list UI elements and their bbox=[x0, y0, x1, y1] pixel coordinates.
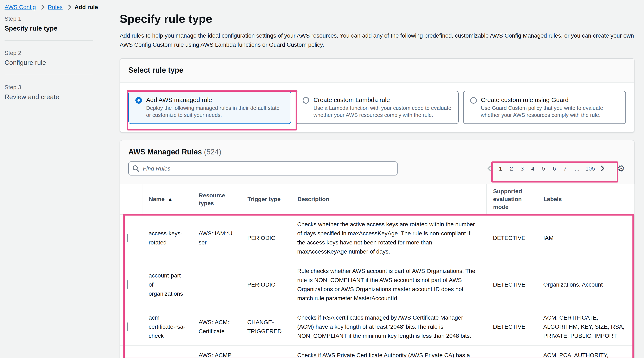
previous-page-button[interactable] bbox=[485, 163, 495, 174]
pagination: 1 2 3 4 5 6 7 ... 105 bbox=[485, 163, 607, 174]
aws-managed-rules-card: AWS Managed Rules (524) 1 2 bbox=[120, 140, 634, 358]
managed-rules-count: (524) bbox=[204, 148, 221, 156]
table-row: acm-pca-root-ca-disabled AWS::ACMPCA::Ce… bbox=[120, 346, 634, 358]
option-description: Use a Lambda function with your custom c… bbox=[314, 104, 452, 118]
page-number-1[interactable]: 1 bbox=[496, 163, 506, 174]
search-icon bbox=[132, 165, 139, 174]
evaluation-mode-cell: DETECTIVE bbox=[486, 261, 537, 308]
toolbar-right: 1 2 3 4 5 6 7 ... 105 ⚙ bbox=[485, 163, 626, 174]
radio-unselected-icon[interactable] bbox=[470, 97, 476, 104]
page-number-105[interactable]: 105 bbox=[584, 163, 596, 174]
select-rule-type-card: Select rule type Add AWS managed rule De… bbox=[120, 58, 634, 132]
managed-rules-table: Name▲ Resource types Trigger type Descri… bbox=[120, 184, 634, 358]
option-text: Create custom rule using Guard Use Guard… bbox=[481, 96, 619, 118]
page-description: Add rules to help you manage the ideal c… bbox=[120, 31, 634, 49]
page-number-3[interactable]: 3 bbox=[517, 163, 527, 174]
chevron-right-icon bbox=[66, 4, 71, 10]
page-number-7[interactable]: 7 bbox=[560, 163, 570, 174]
settings-gear-button[interactable]: ⚙ bbox=[616, 164, 626, 173]
labels-cell: Organizations, Account bbox=[537, 261, 634, 308]
aws-config-add-rule-page: AWS Config Rules Add rule Step 1 Specify… bbox=[0, 0, 644, 358]
evaluation-mode-cell: DETECTIVE bbox=[486, 346, 537, 358]
resource-types-cell: AWS::ACMPCA::CertificateAuthority bbox=[192, 346, 241, 358]
managed-rules-title-text: AWS Managed Rules bbox=[128, 148, 202, 156]
evaluation-mode-cell: DETECTIVE bbox=[486, 214, 537, 261]
rule-name-cell: acm-pca-root-ca-disabled bbox=[142, 346, 192, 358]
option-description: Use Guard Custom policy that you write t… bbox=[481, 104, 619, 118]
option-title: Add AWS managed rule bbox=[146, 96, 284, 103]
search-box bbox=[128, 162, 398, 176]
selection-column-header bbox=[120, 184, 142, 214]
option-create-custom-lambda-rule[interactable]: Create custom Lambda rule Use a Lambda f… bbox=[296, 91, 459, 124]
radio-selected-icon[interactable] bbox=[136, 97, 142, 104]
next-page-button[interactable] bbox=[597, 163, 607, 174]
trigger-type-cell: PERIODIC bbox=[241, 346, 291, 358]
description-cell: Rule checks whether AWS account is part … bbox=[291, 261, 486, 308]
radio-unselected-icon[interactable] bbox=[303, 97, 310, 104]
column-header-trigger-type: Trigger type bbox=[241, 184, 291, 214]
row-select-cell bbox=[120, 308, 142, 346]
resource-types-cell: AWS::ACM::Certificate bbox=[192, 308, 241, 346]
divider bbox=[4, 40, 93, 41]
labels-cell: ACM, PCA, AUTHORITY, CERTIFICATE, PRIVAT… bbox=[537, 346, 634, 358]
wizard-step-2: Step 2 Configure rule bbox=[4, 50, 93, 66]
breadcrumb-link-aws-config[interactable]: AWS Config bbox=[4, 4, 36, 10]
breadcrumb: AWS Config Rules Add rule bbox=[4, 4, 98, 10]
column-header-labels: Labels bbox=[537, 184, 634, 214]
main-content: Specify rule type Add rules to help you … bbox=[120, 0, 634, 358]
select-rule-type-header: Select rule type bbox=[120, 59, 634, 82]
aws-managed-rules-header: AWS Managed Rules (524) 1 2 bbox=[120, 140, 634, 184]
row-select-cell bbox=[120, 346, 142, 358]
page-title: Specify rule type bbox=[120, 12, 634, 26]
radio-unselected-icon[interactable] bbox=[127, 280, 128, 289]
option-text: Create custom Lambda rule Use a Lambda f… bbox=[314, 96, 452, 118]
option-create-custom-rule-guard[interactable]: Create custom rule using Guard Use Guard… bbox=[463, 91, 626, 124]
breadcrumb-link-rules[interactable]: Rules bbox=[48, 4, 62, 10]
option-text: Add AWS managed rule Deploy the followin… bbox=[146, 96, 284, 118]
description-cell: Checks if AWS Private Certificate Author… bbox=[291, 346, 486, 358]
option-description: Deploy the following managed rules in th… bbox=[146, 104, 284, 118]
find-rules-search-input[interactable] bbox=[128, 162, 398, 176]
labels-cell: ACM, CERTIFICATE, ALGORITHM, KEY, SIZE, … bbox=[537, 308, 634, 346]
radio-unselected-icon[interactable] bbox=[127, 322, 128, 331]
description-cell: Checks whether the active access keys ar… bbox=[291, 214, 486, 261]
step-1-label: Step 1 bbox=[4, 15, 93, 22]
page-number-4[interactable]: 4 bbox=[528, 163, 538, 174]
column-header-label: Name bbox=[149, 196, 164, 202]
column-header-name[interactable]: Name▲ bbox=[142, 184, 192, 214]
column-header-description: Description bbox=[291, 184, 486, 214]
rule-name-cell: acm-certificate-rsa-check bbox=[142, 308, 192, 346]
rule-name-cell: account-part-of-organizations bbox=[142, 261, 192, 308]
table-row: acm-certificate-rsa-check AWS::ACM::Cert… bbox=[120, 308, 634, 346]
option-title: Create custom rule using Guard bbox=[481, 96, 619, 103]
step-2-label: Step 2 bbox=[4, 50, 93, 56]
column-header-resource-types: Resource types bbox=[192, 184, 241, 214]
table-header-row: Name▲ Resource types Trigger type Descri… bbox=[120, 184, 634, 214]
option-add-aws-managed-rule[interactable]: Add AWS managed rule Deploy the followin… bbox=[128, 91, 291, 124]
step-1-title: Specify rule type bbox=[4, 25, 93, 32]
description-cell: Checks if RSA certificates managed by AW… bbox=[291, 308, 486, 346]
wizard-step-1: Step 1 Specify rule type bbox=[4, 15, 93, 32]
row-select-cell bbox=[120, 261, 142, 308]
resource-types-cell bbox=[192, 261, 241, 308]
trigger-type-cell: CHANGE-TRIGGERED bbox=[241, 308, 291, 346]
pagination-ellipsis: ... bbox=[571, 163, 583, 174]
wizard-step-3: Step 3 Review and create bbox=[4, 84, 93, 101]
evaluation-mode-cell: DETECTIVE bbox=[486, 308, 537, 346]
page-number-2[interactable]: 2 bbox=[506, 163, 516, 174]
page-number-6[interactable]: 6 bbox=[550, 163, 559, 174]
table-toolbar: 1 2 3 4 5 6 7 ... 105 ⚙ bbox=[128, 162, 626, 176]
divider bbox=[4, 75, 93, 75]
step-3-title: Review and create bbox=[4, 93, 93, 101]
labels-cell: IAM bbox=[537, 214, 634, 261]
rule-name-cell: access-keys-rotated bbox=[142, 214, 192, 261]
rule-type-options: Add AWS managed rule Deploy the followin… bbox=[120, 82, 634, 132]
chevron-right-icon bbox=[598, 166, 604, 171]
trigger-type-cell: PERIODIC bbox=[241, 214, 291, 261]
resource-types-cell: AWS::IAM::User bbox=[192, 214, 241, 261]
radio-unselected-icon[interactable] bbox=[127, 234, 128, 242]
option-title: Create custom Lambda rule bbox=[314, 96, 452, 103]
divider bbox=[612, 163, 612, 174]
page-number-5[interactable]: 5 bbox=[539, 163, 549, 174]
chevron-right-icon bbox=[39, 4, 44, 10]
